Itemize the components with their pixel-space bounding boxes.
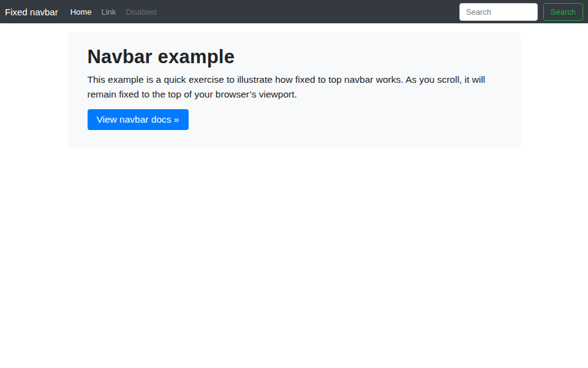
nav-item-disabled: Disabled [121, 7, 162, 17]
nav-item-home: Home [66, 7, 97, 17]
page-title: Navbar example [88, 45, 501, 68]
nav-link-home[interactable]: Home [66, 7, 97, 17]
nav-item-link: Link [96, 7, 121, 17]
navbar-brand[interactable]: Fixed navbar [5, 7, 58, 17]
search-button[interactable]: Search [543, 3, 583, 21]
search-input[interactable] [459, 3, 538, 21]
nav-link-link[interactable]: Link [96, 7, 121, 17]
jumbotron: Navbar example This example is a quick e… [68, 33, 521, 148]
view-navbar-docs-button[interactable]: View navbar docs » [88, 109, 189, 130]
navbar-nav: Home Link Disabled [66, 7, 162, 17]
navbar-search-form: Search [459, 3, 583, 21]
nav-link-disabled: Disabled [121, 7, 162, 17]
page-description: This example is a quick exercise to illu… [88, 72, 501, 102]
top-navbar: Fixed navbar Home Link Disabled Search [0, 0, 588, 23]
